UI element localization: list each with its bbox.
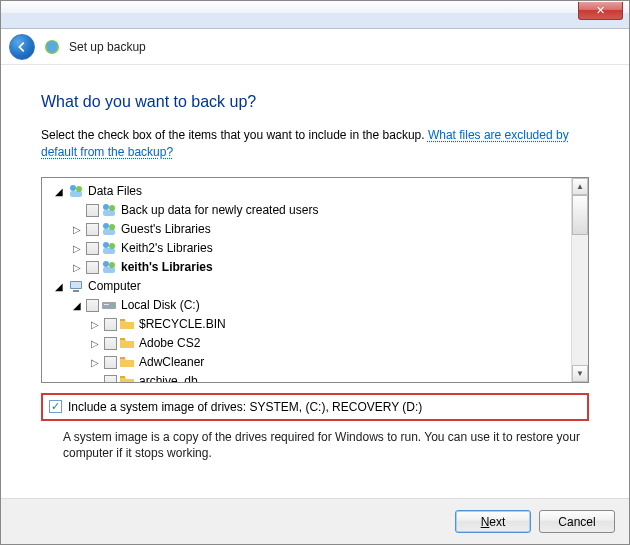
tree-row-label: Keith2's Libraries (119, 241, 213, 255)
tree-row[interactable]: ◢Local Disk (C:) (46, 296, 571, 315)
people-icon (68, 183, 84, 199)
svg-rect-24 (120, 357, 125, 359)
tree-checkbox[interactable] (104, 318, 117, 331)
tree-row-label: keith's Libraries (119, 260, 213, 274)
expander-closed-icon[interactable]: ▷ (70, 222, 84, 236)
tree-checkbox[interactable] (86, 299, 99, 312)
titlebar: ✕ (1, 1, 629, 29)
tree-row-label: Computer (86, 279, 141, 293)
instruction-pre: Select the check box of the items that y… (41, 128, 428, 142)
tree-row-label: $RECYCLE.BIN (137, 317, 226, 331)
svg-rect-15 (103, 267, 115, 273)
expander-closed-icon[interactable]: ▷ (88, 336, 102, 350)
tree-view[interactable]: ◢Data FilesBack up data for newly create… (42, 178, 571, 382)
tree-row-label: Data Files (86, 184, 142, 198)
people-icon (101, 240, 117, 256)
people-icon (101, 202, 117, 218)
tree-row-label: archive_db (137, 374, 198, 382)
expander-closed-icon[interactable]: ▷ (88, 317, 102, 331)
tree-row[interactable]: ▷$RECYCLE.BIN (46, 315, 571, 334)
tree-checkbox[interactable] (86, 223, 99, 236)
expander-none (88, 374, 102, 382)
computer-icon (68, 278, 84, 294)
tree-box: ◢Data FilesBack up data for newly create… (41, 177, 589, 383)
tree-row-label: Local Disk (C:) (119, 298, 200, 312)
backup-shield-icon (43, 38, 61, 56)
svg-point-4 (103, 204, 109, 210)
tree-row[interactable]: ▷Keith2's Libraries (46, 239, 571, 258)
folder-icon (119, 373, 135, 382)
svg-point-20 (112, 305, 114, 307)
tree-checkbox[interactable] (86, 242, 99, 255)
expander-open-icon[interactable]: ◢ (70, 298, 84, 312)
svg-point-1 (70, 185, 76, 191)
back-button[interactable] (9, 34, 35, 60)
system-image-checkbox[interactable]: ✓ (49, 400, 62, 413)
next-button[interactable]: Next (455, 510, 531, 533)
tree-row-label: Guest's Libraries (119, 222, 211, 236)
tree-row[interactable]: ◢Data Files (46, 182, 571, 201)
svg-rect-22 (120, 319, 125, 321)
instruction-text: Select the check box of the items that y… (41, 127, 589, 161)
expander-closed-icon[interactable]: ▷ (70, 241, 84, 255)
system-image-description: A system image is a copy of the drives r… (41, 429, 589, 463)
tree-row-label: Adobe CS2 (137, 336, 200, 350)
folder-icon (119, 316, 135, 332)
people-icon (101, 221, 117, 237)
svg-rect-9 (103, 229, 115, 235)
svg-rect-6 (103, 210, 115, 216)
expander-closed-icon[interactable]: ▷ (88, 355, 102, 369)
back-arrow-icon (15, 40, 29, 54)
svg-rect-3 (70, 191, 82, 197)
cancel-button[interactable]: Cancel (539, 510, 615, 533)
content-area: What do you want to back up? Select the … (1, 65, 629, 462)
tree-row[interactable]: ◢Computer (46, 277, 571, 296)
people-icon (101, 259, 117, 275)
svg-point-13 (103, 261, 109, 267)
folder-icon (119, 335, 135, 351)
tree-checkbox[interactable] (104, 375, 117, 382)
scroll-down-button[interactable]: ▼ (572, 365, 588, 382)
svg-rect-12 (103, 248, 115, 254)
tree-row[interactable]: ▷keith's Libraries (46, 258, 571, 277)
header: Set up backup (1, 29, 629, 65)
tree-row[interactable]: ▷Guest's Libraries (46, 220, 571, 239)
tree-checkbox[interactable] (86, 261, 99, 274)
expander-open-icon[interactable]: ◢ (52, 184, 66, 198)
tree-row[interactable]: archive_db (46, 372, 571, 382)
tree-checkbox[interactable] (104, 356, 117, 369)
expander-none (70, 203, 84, 217)
header-title: Set up backup (69, 40, 146, 54)
svg-rect-17 (71, 282, 81, 288)
svg-rect-21 (104, 304, 109, 305)
svg-point-10 (103, 242, 109, 248)
scroll-up-button[interactable]: ▲ (572, 178, 588, 195)
svg-rect-18 (73, 290, 79, 292)
close-button[interactable]: ✕ (578, 2, 623, 20)
tree-row-label: Back up data for newly created users (119, 203, 318, 217)
scroll-thumb[interactable] (572, 195, 588, 235)
drive-icon (101, 297, 117, 313)
page-heading: What do you want to back up? (41, 93, 589, 111)
footer: Next Cancel (1, 498, 629, 544)
scrollbar[interactable]: ▲ ▼ (571, 178, 588, 382)
system-image-block: ✓ Include a system image of drives: SYST… (41, 393, 589, 421)
tree-checkbox[interactable] (104, 337, 117, 350)
svg-rect-25 (120, 376, 125, 378)
tree-row[interactable]: ▷Adobe CS2 (46, 334, 571, 353)
folder-icon (119, 354, 135, 370)
tree-checkbox[interactable] (86, 204, 99, 217)
svg-point-7 (103, 223, 109, 229)
expander-open-icon[interactable]: ◢ (52, 279, 66, 293)
expander-closed-icon[interactable]: ▷ (70, 260, 84, 274)
tree-row[interactable]: ▷AdwCleaner (46, 353, 571, 372)
tree-row-label: AdwCleaner (137, 355, 204, 369)
svg-rect-23 (120, 338, 125, 340)
tree-row[interactable]: Back up data for newly created users (46, 201, 571, 220)
system-image-label: Include a system image of drives: SYSTEM… (68, 400, 422, 414)
